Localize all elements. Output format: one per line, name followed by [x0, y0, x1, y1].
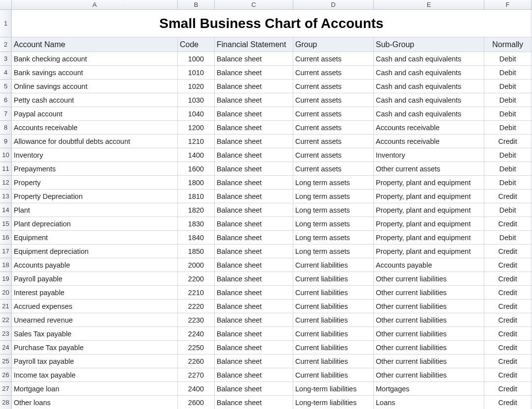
row-header-22[interactable]: 22	[0, 313, 11, 327]
row-header-5[interactable]: 5	[0, 80, 11, 93]
table-row[interactable]: Plant1820Balance sheetLong term assetsPr…	[12, 203, 532, 217]
table-row[interactable]: Income tax payable2270Balance sheetCurre…	[12, 368, 532, 382]
cell-account-name: Mortgage loan	[12, 382, 178, 395]
table-row[interactable]: Property Depreciation1810Balance sheetLo…	[12, 190, 532, 203]
row-header-24[interactable]: 24	[0, 341, 11, 354]
table-row[interactable]: Prepayments1600Balance sheetCurrent asse…	[12, 162, 532, 176]
column-header-c[interactable]: C	[215, 0, 293, 9]
row-header-6[interactable]: 6	[0, 93, 11, 107]
table-row[interactable]: Payroll tax payable2260Balance sheetCurr…	[12, 354, 532, 368]
table-row[interactable]: Equipment depreciation1850Balance sheetL…	[12, 245, 532, 258]
cell-group: Current assets	[293, 52, 374, 65]
table-row[interactable]: Sales Tax payable2240Balance sheetCurren…	[12, 327, 532, 341]
table-row[interactable]: Accrued expenses2220Balance sheetCurrent…	[12, 300, 532, 313]
cell-group: Current assets	[293, 135, 374, 148]
table-row[interactable]: Other loans2600Balance sheetLong-term li…	[12, 396, 532, 409]
cell-sub-group: Other current liabilities	[374, 368, 484, 382]
row-header-23[interactable]: 23	[0, 327, 11, 341]
cell-account-name: Online savings account	[12, 80, 178, 93]
row-header-7[interactable]: 7	[0, 107, 11, 121]
table-row[interactable]: Bank checking account1000Balance sheetCu…	[12, 52, 532, 66]
row-header-2[interactable]: 2	[0, 37, 11, 52]
column-header-b[interactable]: B	[178, 0, 215, 9]
cell-sub-group: Cash and cash equivalents	[374, 80, 484, 93]
table-row[interactable]: Purchase Tax payable2250Balance sheetCur…	[12, 341, 532, 354]
cell-sub-group: Other current liabilities	[374, 341, 484, 354]
table-row[interactable]: Bank savings account1010Balance sheetCur…	[12, 66, 532, 80]
row-header-16[interactable]: 16	[0, 231, 11, 245]
cell-financial-statement: Balance sheet	[215, 135, 293, 148]
table-row[interactable]: Petty cash account1030Balance sheetCurre…	[12, 93, 532, 107]
row-header-10[interactable]: 10	[0, 148, 11, 162]
cell-code: 1210	[178, 135, 215, 148]
cell-sub-group: Property, plant and equipment	[374, 190, 484, 203]
row-header-15[interactable]: 15	[0, 217, 11, 231]
cell-financial-statement: Balance sheet	[215, 313, 293, 327]
row-header-12[interactable]: 12	[0, 176, 11, 190]
table-row[interactable]: Inventory1400Balance sheetCurrent assets…	[12, 148, 532, 162]
row-header-8[interactable]: 8	[0, 121, 11, 135]
cell-financial-statement: Balance sheet	[215, 286, 293, 299]
row-header-3[interactable]: 3	[0, 52, 11, 66]
cell-code: 1810	[178, 190, 215, 203]
row-header-26[interactable]: 26	[0, 368, 11, 382]
cell-account-name: Equipment depreciation	[12, 245, 178, 258]
corner-cell[interactable]	[0, 0, 12, 9]
title-row[interactable]: Small Business Chart of Accounts	[12, 10, 532, 37]
cell-financial-statement: Balance sheet	[215, 121, 293, 134]
cell-code: 2000	[178, 258, 215, 272]
cell-account-name: Plant depreciation	[12, 217, 178, 230]
table-row[interactable]: Property1800Balance sheetLong term asset…	[12, 176, 532, 190]
row-header-27[interactable]: 27	[0, 382, 11, 396]
row-header-28[interactable]: 28	[0, 396, 11, 409]
cell-account-name: Other loans	[12, 396, 178, 409]
cell-financial-statement: Balance sheet	[215, 203, 293, 217]
row-header-9[interactable]: 9	[0, 135, 11, 148]
row-header-1[interactable]: 1	[0, 10, 11, 37]
cell-financial-statement: Balance sheet	[215, 354, 293, 368]
row-header-13[interactable]: 13	[0, 190, 11, 203]
column-header-f[interactable]: F	[484, 0, 532, 9]
row-header-21[interactable]: 21	[0, 300, 11, 313]
table-row[interactable]: Paypal account1040Balance sheetCurrent a…	[12, 107, 532, 121]
row-header-17[interactable]: 17	[0, 245, 11, 258]
cell-account-name: Equipment	[12, 231, 178, 244]
cell-code: 1000	[178, 52, 215, 65]
row-header-20[interactable]: 20	[0, 286, 11, 300]
table-row[interactable]: Accounts payable2000Balance sheetCurrent…	[12, 258, 532, 272]
cell-code: 2220	[178, 300, 215, 313]
column-header-d[interactable]: D	[293, 0, 374, 9]
table-row[interactable]: Payroll payable2200Balance sheetCurrent …	[12, 272, 532, 286]
table-row[interactable]: Allowance for doubtful debts account1210…	[12, 135, 532, 148]
table-row[interactable]: Equipment1840Balance sheetLong term asse…	[12, 231, 532, 245]
row-header-18[interactable]: 18	[0, 258, 11, 272]
table-row[interactable]: Mortgage loan2400Balance sheetLong-term …	[12, 382, 532, 396]
cell-group: Current assets	[293, 148, 374, 162]
table-row[interactable]: Interest payable2210Balance sheetCurrent…	[12, 286, 532, 300]
cell-code: 2270	[178, 368, 215, 382]
row-header-19[interactable]: 19	[0, 272, 11, 286]
table-row[interactable]: Unearned revenue2230Balance sheetCurrent…	[12, 313, 532, 327]
row-header-14[interactable]: 14	[0, 203, 11, 217]
cell-group: Current liabilities	[293, 300, 374, 313]
column-header-a[interactable]: A	[12, 0, 178, 9]
table-header-row[interactable]: Account Name Code Financial Statement Gr…	[12, 37, 532, 52]
cell-sub-group: Other current assets	[374, 162, 484, 175]
table-row[interactable]: Online savings account1020Balance sheetC…	[12, 80, 532, 93]
cell-code: 2400	[178, 382, 215, 395]
row-header-25[interactable]: 25	[0, 354, 11, 368]
row-header-11[interactable]: 11	[0, 162, 11, 176]
cell-account-name: Sales Tax payable	[12, 327, 178, 340]
row-header-4[interactable]: 4	[0, 66, 11, 80]
cell-group: Long-term liabilities	[293, 396, 374, 409]
cell-normally: Credit	[484, 341, 532, 354]
cell-group: Current liabilities	[293, 313, 374, 327]
table-row[interactable]: Plant depreciation1830Balance sheetLong …	[12, 217, 532, 231]
cell-financial-statement: Balance sheet	[215, 52, 293, 65]
cell-normally: Debit	[484, 203, 532, 217]
cell-normally: Credit	[484, 396, 532, 409]
cell-sub-group: Accounts payable	[374, 258, 484, 272]
cell-account-name: Bank checking account	[12, 52, 178, 65]
column-header-e[interactable]: E	[374, 0, 484, 9]
table-row[interactable]: Accounts receivable1200Balance sheetCurr…	[12, 121, 532, 135]
